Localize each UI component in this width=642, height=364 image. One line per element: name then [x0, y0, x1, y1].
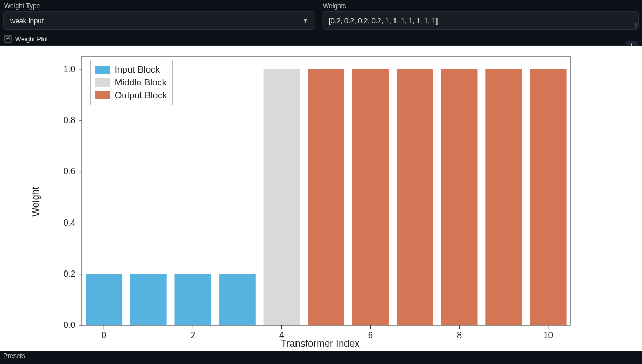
legend-swatch-input	[95, 66, 110, 74]
legend-swatch-middle	[95, 78, 110, 87]
bar-0	[86, 274, 122, 325]
resize-handle-icon	[632, 23, 637, 28]
bar-3	[219, 274, 256, 325]
y-tick-0.2: 0.2	[64, 269, 75, 279]
weight-type-label: Weight Type	[3, 2, 315, 10]
svg-rect-0	[5, 36, 11, 42]
legend-label-input: Input Block	[115, 63, 160, 76]
x-tick-2: 2	[191, 331, 195, 340]
y-tick-1: 1.0	[64, 65, 75, 74]
legend-item-middle: Middle Block	[95, 76, 167, 89]
legend-label-output: Output Block	[115, 89, 167, 102]
weights-value: [0.2, 0.2, 0.2, 0.2, 1, 1, 1, 1, 1, 1, 1…	[329, 17, 438, 25]
weight-type-group: Weight Type weak input ▼	[3, 2, 315, 30]
weights-group: Weights [0.2, 0.2, 0.2, 0.2, 1, 1, 1, 1,…	[322, 2, 639, 30]
chevron-down-icon: ▼	[302, 17, 308, 24]
weight-type-value: weak input	[10, 17, 44, 25]
weight-plot: Transformer Index Weight 0246810 0.00.20…	[0, 46, 642, 351]
x-tick-0: 0	[102, 331, 107, 340]
legend: Input Block Middle Block Output Block	[90, 60, 173, 105]
x-ticks: 0246810	[102, 325, 553, 340]
bar-8	[441, 69, 478, 325]
x-tick-6: 6	[368, 331, 373, 340]
bar-7	[397, 69, 433, 325]
bar-1	[130, 274, 167, 325]
bar-10	[530, 69, 567, 325]
y-tick-0: 0.0	[64, 320, 75, 330]
collapse-icon	[4, 35, 12, 43]
legend-item-input: Input Block	[95, 63, 167, 76]
panel-title-wrap[interactable]: Weight Plot	[4, 35, 48, 43]
legend-label-middle: Middle Block	[115, 76, 166, 89]
bar-2	[175, 274, 211, 325]
y-ticks: 0.00.20.40.60.81.0	[64, 65, 82, 330]
x-tick-10: 10	[544, 331, 553, 340]
y-tick-0.8: 0.8	[64, 116, 75, 125]
panel-title: Weight Plot	[15, 35, 48, 43]
presets-label[interactable]: Presets	[0, 351, 642, 361]
legend-item-output: Output Block	[95, 89, 167, 102]
y-tick-0.4: 0.4	[64, 218, 75, 227]
y-axis-label: Weight	[30, 187, 41, 217]
panel-header: Weight Plot	[0, 33, 642, 46]
x-tick-8: 8	[457, 331, 462, 340]
bars-group	[86, 69, 566, 325]
bar-4	[264, 69, 300, 325]
weights-input[interactable]: [0.2, 0.2, 0.2, 0.2, 1, 1, 1, 1, 1, 1, 1…	[322, 11, 639, 30]
bar-6	[352, 69, 389, 325]
weight-type-select[interactable]: weak input ▼	[3, 11, 315, 30]
x-tick-4: 4	[279, 331, 284, 340]
legend-swatch-output	[95, 91, 110, 99]
controls-row: Weight Type weak input ▼ Weights [0.2, 0…	[0, 0, 642, 33]
bar-5	[308, 69, 344, 325]
bar-9	[485, 69, 522, 325]
y-tick-0.6: 0.6	[64, 167, 75, 176]
x-axis-label: Transformer Index	[281, 338, 359, 349]
weights-label: Weights	[322, 2, 639, 10]
